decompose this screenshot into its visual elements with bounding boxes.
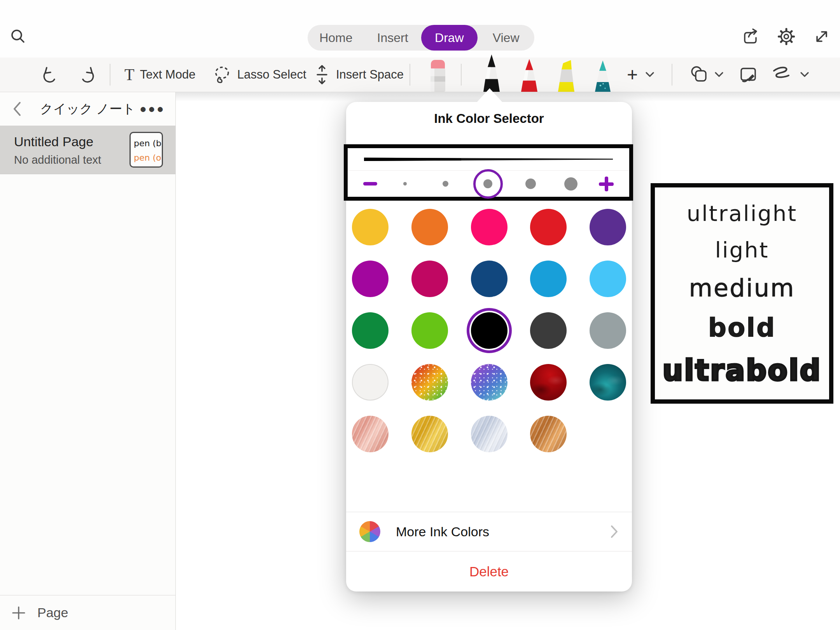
draw-ribbon: T Text Mode Lasso Select Insert Space — [0, 58, 840, 92]
toolbar-divider — [461, 64, 462, 86]
color-swatch-purple[interactable] — [590, 209, 626, 245]
insert-space-icon — [313, 65, 331, 85]
title-bar: HomeInsertDrawView — [0, 0, 840, 58]
gear-icon — [777, 27, 796, 46]
ink-sample-bold: bold — [708, 315, 776, 341]
insert-space-button[interactable]: Insert Space — [313, 58, 404, 92]
color-swatch-silver[interactable] — [471, 416, 508, 452]
thumbnail-ink-text: pen (ora — [134, 150, 162, 165]
ink-annotation-button[interactable] — [737, 58, 759, 92]
decrease-size-button[interactable] — [363, 182, 377, 186]
color-swatch-dark-gray[interactable] — [530, 312, 567, 349]
shapes-button[interactable] — [689, 58, 724, 92]
chevron-down-icon — [645, 71, 655, 78]
draw-with-touch-button[interactable] — [772, 58, 810, 92]
color-swatch-blue[interactable] — [530, 261, 567, 297]
more-options-button[interactable]: ●●● — [140, 102, 165, 116]
color-swatch-teal-marble[interactable] — [590, 364, 626, 401]
add-page-label: Page — [37, 605, 68, 620]
ink-sample-ultralight: ultralight — [687, 203, 797, 224]
ink-sample-light: light — [715, 239, 769, 261]
ink-annotation-icon — [738, 65, 758, 85]
size-dot-5[interactable] — [558, 172, 583, 196]
redo-button[interactable] — [77, 58, 97, 92]
color-swatch-green[interactable] — [352, 312, 388, 349]
tab-draw[interactable]: Draw — [421, 25, 478, 51]
page-list-sidebar: クイック ノート ●●● Untitled Page No additional… — [0, 92, 176, 630]
sidebar-header: クイック ノート ●●● — [0, 92, 175, 126]
shapes-icon — [689, 65, 709, 85]
tab-home[interactable]: Home — [308, 25, 364, 51]
color-swatch-sky-blue[interactable] — [590, 261, 626, 297]
page-list-item[interactable]: Untitled Page No additional text pen (bl… — [0, 126, 175, 174]
color-swatch-orange[interactable] — [411, 209, 448, 245]
size-dot-3-selected[interactable] — [473, 169, 503, 199]
increase-size-button[interactable] — [599, 177, 614, 191]
share-button[interactable] — [741, 27, 760, 46]
color-swatch-dark-red-marble[interactable] — [530, 364, 567, 401]
color-swatch-rainbow-glitter[interactable] — [411, 364, 448, 401]
popup-title: Ink Color Selector — [346, 111, 632, 126]
search-icon — [9, 28, 26, 45]
color-swatch-dark-raspberry[interactable] — [411, 261, 448, 297]
ink-weight-sample-box: ultralightlightmediumboldultrabold — [651, 183, 833, 404]
tab-view[interactable]: View — [478, 25, 534, 51]
fullscreen-button[interactable] — [812, 27, 831, 46]
more-ink-colors-label: More Ink Colors — [396, 524, 610, 539]
color-swatch-gray[interactable] — [590, 312, 626, 349]
color-swatch-pink[interactable] — [471, 209, 508, 245]
color-swatch-navy-blue[interactable] — [471, 261, 508, 297]
toolbar-divider — [410, 64, 410, 86]
delete-label: Delete — [469, 564, 509, 579]
add-page-button[interactable]: Page — [0, 595, 175, 630]
text-mode-button[interactable]: T Text Mode — [124, 58, 196, 92]
more-ink-colors-button[interactable]: More Ink Colors — [346, 512, 632, 551]
size-row — [348, 171, 629, 197]
add-pen-button[interactable]: + — [627, 58, 655, 92]
pencil-teal-icon — [590, 58, 615, 92]
size-dot-2[interactable] — [433, 172, 458, 196]
color-swatch-rose-gold[interactable] — [352, 416, 388, 452]
page-thumbnail: pen (blpen (ora — [130, 132, 163, 168]
highlighter-yellow-icon — [554, 58, 579, 92]
plus-icon — [12, 606, 26, 620]
pen-red-icon — [517, 58, 542, 92]
color-swatch-bronze[interactable] — [530, 416, 567, 452]
chevron-right-icon — [610, 525, 619, 539]
undo-icon — [42, 65, 60, 84]
pen-red[interactable] — [517, 58, 542, 92]
search-button[interactable] — [9, 27, 27, 46]
scribble-icon — [772, 65, 794, 84]
lasso-select-label: Lasso Select — [237, 68, 306, 82]
lasso-select-button[interactable]: Lasso Select — [212, 58, 306, 92]
color-swatch-gold[interactable] — [411, 416, 448, 452]
page-title: Untitled Page — [14, 134, 93, 149]
color-swatch-red[interactable] — [530, 209, 567, 245]
color-grid — [346, 209, 632, 452]
eraser-tool[interactable] — [426, 59, 450, 92]
undo-button[interactable] — [40, 58, 61, 92]
ribbon-tabs: HomeInsertDrawView — [308, 25, 534, 51]
color-swatch-lime-green[interactable] — [411, 312, 448, 349]
settings-button[interactable] — [777, 27, 796, 46]
highlighter-yellow[interactable] — [554, 58, 579, 92]
color-swatch-magenta[interactable] — [352, 261, 388, 297]
size-dot-1[interactable] — [393, 172, 418, 196]
pencil-teal[interactable] — [590, 58, 615, 92]
color-swatch-white[interactable] — [352, 364, 388, 401]
color-swatch-galaxy[interactable] — [471, 364, 508, 401]
thumbnail-ink-text: pen (bl — [134, 136, 162, 150]
share-icon — [742, 28, 760, 46]
color-swatch-black-selected[interactable] — [471, 312, 508, 349]
redo-icon — [78, 65, 96, 84]
color-swatch-golden-yellow[interactable] — [352, 209, 388, 245]
onenote-app-window: HomeInsertDrawView — [0, 0, 840, 630]
ink-sample-medium: medium — [689, 276, 795, 300]
insert-space-label: Insert Space — [336, 68, 404, 82]
size-dot-4[interactable] — [518, 172, 543, 196]
tab-insert[interactable]: Insert — [364, 25, 421, 51]
toolbar-divider — [672, 64, 672, 86]
page-subtitle: No additional text — [14, 154, 101, 166]
pen-black-selected[interactable] — [479, 54, 504, 92]
delete-pen-button[interactable]: Delete — [346, 552, 632, 592]
